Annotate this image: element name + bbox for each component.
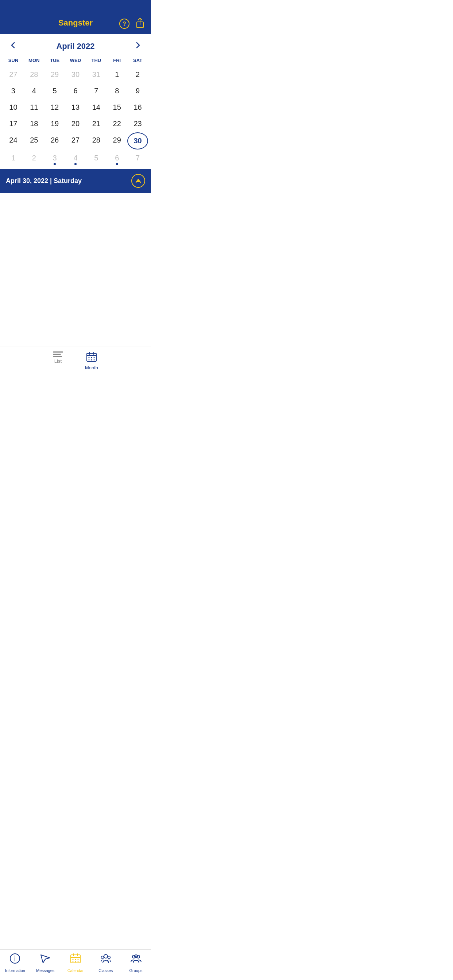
cal-day-30-w4[interactable]: 30	[127, 132, 148, 150]
dow-fri: FRI	[107, 56, 127, 65]
cal-day-other-28-w0[interactable]: 28	[24, 67, 45, 83]
cal-day-1-w0[interactable]: 1	[107, 67, 127, 83]
cal-day-10-w2[interactable]: 10	[3, 100, 24, 115]
cal-day-20-w3[interactable]: 20	[65, 116, 86, 132]
cal-day-2-w0[interactable]: 2	[127, 67, 148, 83]
cal-day-28-w4[interactable]: 28	[86, 132, 107, 150]
month-view-label: Month	[85, 365, 98, 371]
cal-day-7-w1[interactable]: 7	[86, 83, 107, 99]
cal-day-26-w4[interactable]: 26	[45, 132, 65, 150]
svg-point-12	[91, 360, 92, 361]
cal-day-5-w1[interactable]: 5	[45, 83, 65, 99]
event-dot	[74, 163, 77, 165]
cal-day-23-w3[interactable]: 23	[127, 116, 148, 132]
cal-day-25-w4[interactable]: 25	[24, 132, 45, 150]
cal-day-12-w2[interactable]: 12	[45, 100, 65, 115]
cal-day-16-w2[interactable]: 16	[127, 100, 148, 115]
cal-day-27-w4[interactable]: 27	[65, 132, 86, 150]
cal-day-29-w4[interactable]: 29	[107, 132, 127, 150]
scroll-up-button[interactable]	[131, 174, 145, 188]
cal-day-18-w3[interactable]: 18	[24, 116, 45, 132]
event-dot	[116, 163, 118, 165]
cal-day-other-30-w0[interactable]: 30	[65, 67, 86, 83]
cal-day-17-w3[interactable]: 17	[3, 116, 24, 132]
dow-tue: TUE	[45, 56, 65, 65]
cal-day-other-3-w5[interactable]: 3	[45, 150, 65, 166]
cal-day-other-2-w5[interactable]: 2	[24, 150, 45, 166]
month-title: April 2022	[56, 41, 94, 51]
cal-day-other-7-w5[interactable]: 7	[127, 150, 148, 166]
dow-sat: SAT	[127, 56, 148, 65]
cal-day-other-6-w5[interactable]: 6	[107, 150, 127, 166]
cal-day-13-w2[interactable]: 13	[65, 100, 86, 115]
cal-day-19-w3[interactable]: 19	[45, 116, 65, 132]
cal-day-24-w4[interactable]: 24	[3, 132, 24, 150]
header-title: Sangster	[58, 18, 93, 28]
list-view-label: List	[54, 358, 62, 364]
month-calendar-icon	[86, 352, 97, 363]
cal-day-21-w3[interactable]: 21	[86, 116, 107, 132]
cal-day-other-1-w5[interactable]: 1	[3, 150, 24, 166]
help-icon[interactable]: ?	[119, 18, 130, 32]
list-icon-line-3	[53, 356, 62, 357]
cal-day-other-4-w5[interactable]: 4	[65, 150, 86, 166]
month-view-button[interactable]: Month	[85, 352, 98, 371]
cal-day-9-w1[interactable]: 9	[127, 83, 148, 99]
svg-point-8	[88, 357, 89, 358]
svg-point-9	[91, 357, 92, 358]
header-icons: ?	[119, 18, 145, 32]
svg-text:?: ?	[123, 21, 126, 27]
content-area	[0, 193, 151, 346]
dow-thu: THU	[86, 56, 107, 65]
view-toggle: List Month	[0, 346, 151, 374]
calendar-grid: 2728293031123456789101112131415161718192…	[0, 67, 151, 166]
cal-day-other-27-w0[interactable]: 27	[3, 67, 24, 83]
calendar-nav: April 2022	[0, 34, 151, 56]
list-view-button[interactable]: List	[53, 352, 63, 371]
cal-day-6-w1[interactable]: 6	[65, 83, 86, 99]
cal-day-3-w1[interactable]: 3	[3, 83, 24, 99]
list-icon-line-1	[53, 352, 63, 353]
svg-point-11	[88, 360, 89, 361]
cal-day-14-w2[interactable]: 14	[86, 100, 107, 115]
cal-day-other-31-w0[interactable]: 31	[86, 67, 107, 83]
cal-day-22-w3[interactable]: 22	[107, 116, 127, 132]
selected-date-text: April 30, 2022 | Saturday	[6, 177, 131, 185]
dow-wed: WED	[65, 56, 86, 65]
dow-mon: MON	[24, 56, 45, 65]
dow-sun: SUN	[3, 56, 24, 65]
list-icon	[53, 352, 63, 357]
share-icon[interactable]	[135, 18, 145, 32]
event-dot	[54, 163, 56, 165]
cal-day-11-w2[interactable]: 11	[24, 100, 45, 115]
prev-month-button[interactable]	[9, 41, 18, 52]
selected-date-bar: April 30, 2022 | Saturday	[0, 169, 151, 193]
cal-day-4-w1[interactable]: 4	[24, 83, 45, 99]
calendar-dow-row: SUN MON TUE WED THU FRI SAT	[0, 56, 151, 65]
svg-point-10	[93, 357, 94, 358]
cal-day-15-w2[interactable]: 15	[107, 100, 127, 115]
cal-day-8-w1[interactable]: 8	[107, 83, 127, 99]
cal-day-other-29-w0[interactable]: 29	[45, 67, 65, 83]
svg-point-13	[93, 360, 94, 361]
list-icon-line-2	[53, 354, 61, 355]
cal-day-other-5-w5[interactable]: 5	[86, 150, 107, 166]
next-month-button[interactable]	[134, 41, 142, 52]
header: Sangster ?	[0, 0, 151, 34]
